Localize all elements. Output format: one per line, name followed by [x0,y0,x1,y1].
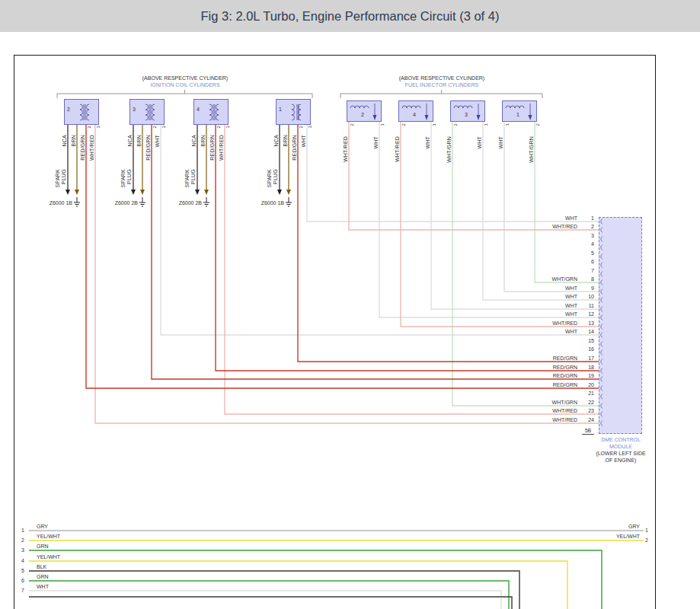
spark-plug-label: PLUG [273,169,279,184]
dme-pin-number: 15 [573,338,594,344]
dme-pin-wire-label: WHT/GRN [533,400,577,406]
spark-plug-label: PLUG [126,169,133,184]
dme-pin-wire-label: WHT [533,311,577,317]
dme-pin-wire-label: WHT [533,215,577,222]
coil-wire-label: BRN [136,135,142,146]
spark-plug-label: SPARK [55,169,61,187]
dme-pin-wire-label: WHT/GRN [533,276,577,282]
coil-wire-label: BRN [71,135,77,146]
coil-pin-number: 3 [308,126,313,129]
coil-pin-number: 3 [161,126,167,129]
dme-pin-number: 6 [573,259,594,265]
dme-pin-wire-label: WHT/RED [533,320,577,327]
dme-pin-wire-label: RED/GRN [533,356,577,362]
dme-pin-number: 3 [573,233,594,239]
bottom-wire-right-label: GRY [587,524,640,530]
coil-wire-label: BRN [200,135,206,146]
spark-plug-label: SPARK [120,169,126,187]
dme-pin-wire-label: WHT/RED [533,408,577,414]
dme-pin-number: 4 [573,241,594,247]
injector-number: 1 [513,112,523,118]
dme-pin-wire-label: WHT/RED [533,224,577,230]
injector-wire-label: WHT [373,136,379,149]
dme-pin-wire-label: WHT/RED [533,417,577,423]
bottom-wire-number: 7 [15,588,24,594]
injector-wire-label: WHT [477,136,483,149]
coil-wire-label: NCA [127,135,133,146]
injector-pin-number: 2 [401,123,407,126]
injector-pin-number: 2 [535,123,541,126]
bottom-wire-label: WHT [37,584,49,590]
dme-module-box [599,217,642,434]
fuel-injector-box [450,100,485,122]
coil-number: 3 [133,107,136,113]
bottom-wire-label: BLK [37,564,46,570]
ground-id-label: Z6000 1B [40,200,72,206]
injector-header-line2: FUEL INJECTOR CYLINDERS [369,82,514,88]
coil-number: 4 [197,107,200,113]
injector-header-line1: (ABOVE RESPECTIVE CYLINDER) [369,75,514,81]
dme-pin-number: 5 [573,250,594,257]
ignition-header-line2: IGNITION COIL CYLINDERS [113,82,257,88]
coil-pin-number: 2 [152,126,158,129]
dme-connector-id: 5B [582,428,594,435]
injector-pin-number: 1 [432,123,437,126]
bottom-wire-number: 5 [15,568,24,574]
coil-wire-label: RED/GRN [209,135,216,161]
bottom-wire-label: YEL/WHT [37,554,60,560]
bottom-wire-number: 4 [15,558,24,564]
spark-plug-label: PLUG [190,169,197,184]
spark-plug-label: SPARK [267,169,273,187]
title-bar: Fig 3: 2.0L Turbo, Engine Performance Ci… [0,0,700,32]
dme-name-line2: MODULE [583,444,659,450]
spark-plug-label: SPARK [184,169,190,187]
dme-pin-wire-label: RED/GRN [533,382,577,388]
injector-pin-number: 2 [350,123,355,126]
coil-number: 2 [67,107,70,113]
dme-location-line2: OF ENGINE) [583,458,659,464]
fuel-injector-box [502,100,537,122]
injector-pin-number: 1 [505,123,510,126]
coil-wire-label: NCA [191,135,197,146]
coil-wire-label: RED/GRN [292,135,298,161]
dme-pin-wire-label: WHT [533,329,577,335]
injector-number: 3 [461,112,471,118]
bottom-wire-label: YEL/WHT [37,534,60,540]
injector-wire-label: WHT [425,136,431,149]
injector-number: 2 [357,112,368,118]
wiring-diagram-page: Fig 3: 2.0L Turbo, Engine Performance Ci… [0,0,700,609]
ground-id-label: Z6000 2B [106,200,138,206]
bottom-wire-label: GRN [37,544,49,550]
coil-pin-number: 2 [87,126,92,129]
bottom-wire-number: 6 [15,578,24,584]
coil-pin-number: 2 [216,126,222,129]
coil-pin-number: 3 [96,126,101,129]
dme-pin-wire-label: RED/GRN [533,365,577,371]
dme-pin-wire-label: WHT [533,303,577,309]
injector-pin-number: 2 [453,123,459,126]
dme-pin-number: 7 [573,268,594,274]
bottom-wire-right-label: YEL/WHT [587,534,640,540]
ignition-header-line1: (ABOVE RESPECTIVE CYLINDER) [113,75,257,81]
injector-wire-label: WHT/RED [395,136,401,162]
coil-wire-label: RED/GRN [145,135,152,161]
injector-wire-label: WHT [498,136,504,149]
coil-pin-number: 3 [225,126,231,129]
injector-wire-label: WHT/GRN [529,136,535,163]
bottom-wire-label: GRY [37,524,48,530]
coil-pin-number: 2 [299,126,304,129]
ground-id-label: Z6000 2B [170,200,202,206]
bottom-wire-right-number: 1 [645,528,648,534]
coil-number: 1 [279,107,282,113]
coil-wire-label: WHT [301,135,307,148]
injector-wire-label: WHT/RED [343,136,349,162]
coil-wire-label: WHT [155,135,161,148]
dme-pin-wire-label: RED/GRN [533,373,577,379]
fuel-injector-box [347,100,382,122]
injector-pin-number: 1 [380,123,385,126]
coil-wire-label: WHT/RED [89,135,95,161]
bottom-wire-number: 1 [15,528,24,534]
dme-pin-wire-label: WHT [533,285,577,292]
bottom-wire-number: 2 [15,537,24,544]
bottom-wire-number: 3 [15,547,24,553]
